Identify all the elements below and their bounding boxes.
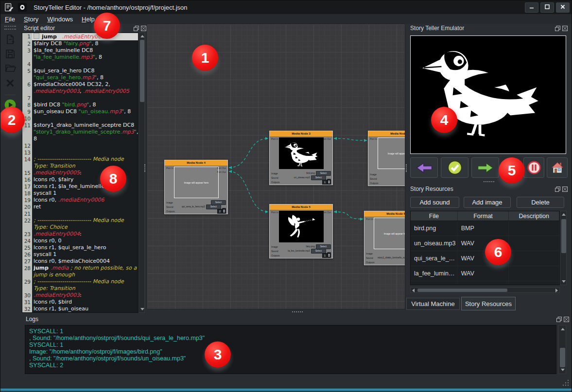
- annotation-6: 6: [485, 239, 511, 265]
- port-in[interactable]: Port In: [366, 218, 373, 221]
- add-image-button[interactable]: Add image: [464, 197, 511, 208]
- annotation-2: 2: [0, 107, 25, 133]
- code-line: 13: [22, 149, 138, 156]
- story-node-canvas[interactable]: Media Node 4Port InPort OutPort OutImage…: [147, 24, 405, 309]
- media-node[interactable]: Media Node 6Port InImage will appear her…: [364, 211, 405, 265]
- menu-windows[interactable]: Windows: [43, 15, 77, 23]
- code-line: 12: [22, 142, 138, 149]
- node-title[interactable]: Media Node 1: [368, 131, 405, 137]
- speaker-icon[interactable]: [327, 176, 331, 180]
- line-number: 19: [22, 197, 32, 204]
- outputs-spinner[interactable]: 1: [322, 253, 331, 258]
- menu-story[interactable]: Story: [19, 15, 43, 23]
- column-header-format[interactable]: Format: [458, 211, 509, 221]
- table-cell: BMP: [458, 281, 509, 285]
- close-button[interactable]: [556, 2, 570, 13]
- line-number: 8: [22, 102, 32, 108]
- port-in[interactable]: Port In: [271, 211, 278, 214]
- logs-output[interactable]: SYSCALL: 1, Sound: "/home/anthony/ostpro…: [25, 325, 556, 374]
- line-number: 11: [22, 122, 32, 142]
- tab-virtual-machine[interactable]: Virtual Machine: [406, 298, 460, 310]
- next-button[interactable]: [471, 157, 499, 178]
- splitter-handle[interactable]: [484, 181, 494, 183]
- node-title[interactable]: Media Node 5: [270, 205, 332, 210]
- close-panel-icon[interactable]: [140, 25, 146, 31]
- ok-icon: [447, 160, 463, 175]
- resources-header: Story Resources: [410, 185, 568, 193]
- outputs-spinner[interactable]: 1: [322, 180, 331, 185]
- log-line: Image: "/home/anthony/ostproj/f/images/b…: [29, 348, 552, 355]
- window-title: StoryTeller Editor - /home/anthony/ostpr…: [34, 4, 525, 11]
- log-line: SYSCALL: 1: [29, 341, 552, 348]
- splitter-handle[interactable]: [144, 164, 146, 172]
- line-number: 3: [22, 47, 32, 61]
- toolbar-drag-handle[interactable]: [4, 26, 16, 30]
- port-in[interactable]: Port In: [166, 167, 173, 170]
- table-cell: [509, 221, 559, 236]
- node-title[interactable]: Media Node 4: [165, 160, 227, 166]
- node-image-placeholder: Image will appear here: [374, 218, 405, 249]
- float-panel-icon[interactable]: [555, 25, 560, 31]
- speaker-icon[interactable]: [327, 249, 331, 253]
- delete-button[interactable]: Delete: [517, 197, 564, 208]
- splitter-handle[interactable]: [406, 164, 408, 172]
- code-line: 9$un_oiseau DC8 "un_oiseau.mp3", 8: [22, 108, 138, 115]
- code-line: 29; ---------------------------- Media n…: [22, 278, 138, 292]
- add-sound-button[interactable]: Add sound: [410, 197, 459, 208]
- float-panel-icon[interactable]: [555, 186, 560, 192]
- port-in[interactable]: Port In: [271, 137, 278, 140]
- table-row[interactable]: fairy.pngBMP: [411, 281, 559, 285]
- line-number: 32: [22, 306, 32, 312]
- maximize-button[interactable]: [540, 2, 554, 13]
- main-toolbar: [0, 24, 20, 387]
- storyteller-app-icon: [17, 2, 28, 13]
- float-panel-icon[interactable]: [133, 25, 139, 31]
- logs-scrollbar[interactable]: [558, 325, 566, 374]
- column-header-file[interactable]: File: [411, 211, 458, 221]
- pause-button[interactable]: [523, 157, 544, 178]
- emulator-title: Story Teller Emulator: [410, 25, 464, 32]
- speaker-icon[interactable]: [222, 205, 226, 209]
- node-image-placeholder: Image will appear here: [174, 167, 219, 198]
- media-node[interactable]: Media Node 4Port InPort OutPort OutImage…: [164, 160, 228, 214]
- ok-button[interactable]: [441, 157, 468, 178]
- table-cell: un_oiseau.mp3: [411, 236, 458, 251]
- table-vertical-scrollbar[interactable]: [560, 211, 567, 285]
- port-in[interactable]: Port In: [370, 137, 377, 140]
- line-number: 25: [22, 244, 32, 251]
- media-node[interactable]: Media Node 5Port InPort OutImagefairy.pn…: [269, 204, 333, 258]
- close-panel-icon[interactable]: [562, 25, 568, 31]
- column-header-description[interactable]: Description: [509, 211, 559, 221]
- close-panel-icon[interactable]: [563, 316, 569, 322]
- line-number: 22: [22, 217, 32, 231]
- close-panel-icon[interactable]: [562, 186, 568, 192]
- table-row[interactable]: bird.pngBMP: [411, 221, 559, 236]
- save-button[interactable]: [3, 48, 17, 62]
- table-horizontal-scrollbar[interactable]: [410, 287, 560, 293]
- table-row[interactable]: la_fee_luminelle.mp3WAV: [411, 266, 559, 281]
- new-file-button[interactable]: [3, 34, 17, 47]
- tab-story-resources[interactable]: Story Resources: [461, 297, 516, 310]
- media-node[interactable]: Media Node 1Port InImage will appear her…: [368, 131, 405, 186]
- table-cell: WAV: [458, 266, 509, 281]
- script-editor-scrollbar[interactable]: [139, 33, 145, 313]
- open-button[interactable]: [3, 63, 17, 76]
- current-line-marker: [34, 33, 39, 39]
- minimize-button[interactable]: [525, 2, 538, 13]
- close-project-button[interactable]: [3, 77, 17, 91]
- home-icon: [551, 161, 564, 174]
- window-resize-grip[interactable]: [562, 379, 570, 387]
- code-line: 21: [22, 210, 138, 217]
- node-title[interactable]: Media Node 3: [270, 131, 332, 137]
- float-panel-icon[interactable]: [556, 316, 562, 322]
- media-node[interactable]: Media Node 3Port InPort OutImagebird.png…: [269, 131, 333, 185]
- node-title[interactable]: Media Node 6: [364, 211, 405, 217]
- back-button[interactable]: [410, 157, 438, 178]
- title-bar[interactable]: StoryTeller Editor - /home/anthony/ostpr…: [0, 0, 572, 14]
- home-button[interactable]: [547, 157, 568, 178]
- menu-file[interactable]: File: [0, 15, 19, 23]
- splitter-handle[interactable]: [292, 311, 303, 313]
- resources-table[interactable]: FileFormatDescriptionbird.pngBMPun_oisea…: [410, 211, 560, 285]
- outputs-spinner[interactable]: 2: [217, 209, 226, 214]
- log-line: SYSCALL: 1: [29, 328, 552, 335]
